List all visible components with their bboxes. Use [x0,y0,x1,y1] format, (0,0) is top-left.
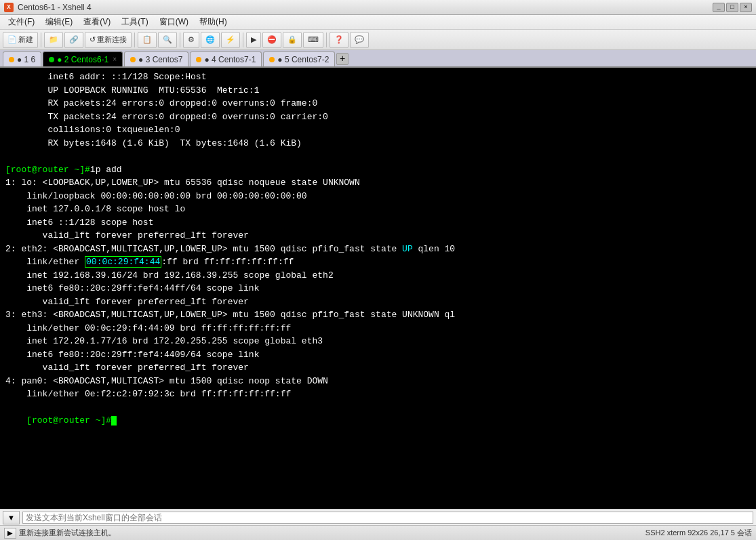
term-line-18: valid_lft forever preferred_lft forever [5,295,751,309]
term-line-2: UP LOOPBACK RUNNING MTU:65536 Metric:1 [5,84,751,98]
toolbar-sep-2 [134,33,135,47]
toolbar-sep-4 [243,33,243,47]
term-line-8: [root@router ~]#ip add [5,163,751,177]
toolbar-btn-15[interactable]: 💬 [350,32,369,48]
tab-2-close[interactable]: × [113,56,117,63]
toolbar-btn-7[interactable]: ⚙ [183,32,199,48]
new-tab-button[interactable]: + [336,53,349,65]
minimize-button[interactable]: _ [713,3,725,12]
status-right: SSH2 xterm 92x26 26,17 5 会话 [645,528,752,538]
term-line-20: link/ether 00:0c:29:f4:44:09 brd ff:ff:f… [5,322,751,335]
term-line-15: link/ether 00:0c:29:f4:44:ff brd ff:ff:f… [5,255,751,269]
app-icon: X [4,3,14,12]
mac-address-highlight: 00:0c:29:f4:44 [85,256,161,268]
terminal[interactable]: inet6 addr: ::1/128 Scope:Host UP LOOPBA… [0,68,756,509]
menu-view[interactable]: 查看(V) [78,15,116,29]
term-line-3: RX packets:24 errors:0 dropped:0 overrun… [5,97,751,110]
tab-3[interactable]: ● 3 Centos7 [124,51,188,66]
status-left: ▶ 重新连接重新尝试连接主机。 [4,528,640,539]
term-line-12: inet6 ::1/128 scope host [5,216,751,230]
tab-1[interactable]: ● 1 6 [3,51,41,66]
term-line-1: inet6 addr: ::1/128 Scope:Host [5,70,751,84]
toolbar-btn-12[interactable]: 🔒 [283,32,302,48]
tab-bar: ● 1 6 ● 2 Centos6-1 × ● 3 Centos7 ● 4 Ce… [0,50,756,68]
term-line-prompt: [root@router ~]# [5,401,751,441]
menu-window[interactable]: 窗口(W) [154,15,194,29]
ssh-info: SSH2 xterm 92x26 26,17 5 会话 [645,528,752,538]
send-input[interactable] [22,512,753,524]
tab-5[interactable]: ● 5 Centos7-2 [263,51,335,66]
term-line-19: 3: eth3: <BROADCAST,MULTICAST,UP,LOWER_U… [5,308,751,322]
toolbar-btn-2[interactable]: 📁 [44,32,63,48]
tab-2[interactable]: ● 2 Centos6-1 × [43,51,123,66]
tab-5-label: ● 5 Centos7-2 [277,55,329,64]
toolbar-btn-8[interactable]: 🌐 [201,32,220,48]
term-line-11: inet 127.0.0.1/8 scope host lo [5,203,751,216]
input-bar: ▼ [0,509,756,525]
term-line-21: inet 172.20.1.77/16 brd 172.20.255.255 s… [5,335,751,348]
term-line-10: link/loopback 00:00:00:00:00:00 brd 00:0… [5,190,751,203]
toolbar-sep-5 [326,33,327,47]
term-line-13: valid_lft forever preferred_lft forever [5,229,751,243]
toolbar-btn-5[interactable]: 📋 [138,32,157,48]
toolbar-sep-1 [41,33,41,47]
terminal-prompt: [root@router ~]# [26,415,111,425]
status-bar: ▶ 重新连接重新尝试连接主机。 SSH2 xterm 92x26 26,17 5… [0,525,756,540]
menu-file[interactable]: 文件(F) [3,15,40,29]
term-line-16: inet 192.168.39.16/24 brd 192.168.39.255… [5,269,751,283]
send-dropdown-button[interactable]: ▼ [3,511,20,524]
term-line-25: link/ether 0e:f2:c2:07:92:3c brd ff:ff:f… [5,388,751,401]
term-line-6: RX bytes:1648 (1.6 KiB) TX bytes:1648 (1… [5,137,751,150]
toolbar-btn-9[interactable]: ⚡ [221,32,240,48]
tab-4[interactable]: ● 4 Centos7-1 [190,51,262,66]
tab-2-label: ● 2 Centos6-1 [57,55,108,64]
term-line-5: collisions:0 txqueuelen:0 [5,123,751,137]
tab-4-label: ● 4 Centos7-1 [204,55,256,64]
toolbar-btn-10[interactable]: ▶ [246,32,261,48]
toolbar: 📄 新建 📁 🔗 ↺ 重新连接 📋 🔍 ⚙ 🌐 ⚡ ▶ ⛔ 🔒 ⌨ ❓ 💬 [0,30,756,50]
toolbar-sep-3 [180,33,180,47]
status-message: 重新连接重新尝试连接主机。 [19,528,116,538]
term-line-23: valid_lft forever preferred_lft forever [5,361,751,375]
title-bar: X Centos6-1 - Xshell 4 _ □ × [0,0,756,15]
menu-bar: 文件(F) 编辑(E) 查看(V) 工具(T) 窗口(W) 帮助(H) [0,15,756,30]
term-line-9: 1: lo: <LOOPBACK,UP,LOWER_UP> mtu 65536 … [5,176,751,190]
maximize-button[interactable]: □ [726,3,738,12]
term-line-4: TX packets:24 errors:0 dropped:0 overrun… [5,110,751,124]
menu-help[interactable]: 帮助(H) [194,15,233,29]
term-line-22: inet6 fe80::20c:29ff:fef4:4409/64 scope … [5,348,751,362]
term-line-14: 2: eth2: <BROADCAST,MULTICAST,UP,LOWER_U… [5,243,751,256]
toolbar-btn-13[interactable]: ⌨ [303,32,323,48]
reconnect-button[interactable]: ↺ 重新连接 [85,32,132,48]
menu-tools[interactable]: 工具(T) [116,15,153,29]
term-line-24: 4: pan0: <BROADCAST,MULTICAST> mtu 1500 … [5,375,751,388]
menu-edit[interactable]: 编辑(E) [40,15,78,29]
new-button[interactable]: 📄 新建 [3,32,38,48]
toolbar-btn-14[interactable]: ❓ [330,32,349,48]
tab-1-label: ● 1 6 [17,55,35,64]
term-line-7 [5,150,751,163]
toolbar-btn-3[interactable]: 🔗 [64,32,83,48]
toolbar-btn-6[interactable]: 🔍 [158,32,177,48]
tab-3-label: ● 3 Centos7 [138,55,182,64]
term-line-17: inet6 fe80::20c:29ff:fef4:44ff/64 scope … [5,282,751,295]
cursor-block [111,416,117,425]
window-title: Centos6-1 - Xshell 4 [18,3,92,12]
close-button[interactable]: × [740,3,752,12]
window-controls: _ □ × [713,3,752,12]
status-reconnect-button[interactable]: ▶ [4,528,16,539]
toolbar-btn-11[interactable]: ⛔ [262,32,281,48]
